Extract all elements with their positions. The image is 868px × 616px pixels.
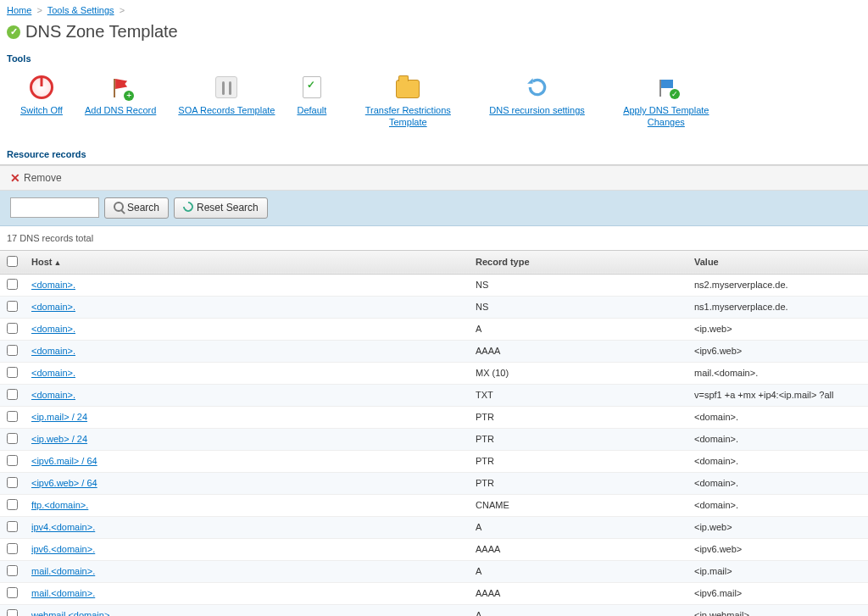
type-cell: A	[469, 560, 687, 582]
refresh-icon	[524, 74, 551, 101]
resource-records-title: Resource records	[0, 144, 868, 165]
breadcrumb-tools[interactable]: Tools & Settings	[47, 5, 114, 15]
dns-recursion-tool[interactable]: DNS recursion settings	[489, 74, 585, 129]
apply-template-tool[interactable]: ✓ Apply DNS Template Changes	[607, 74, 726, 129]
sort-asc-icon: ▲	[53, 258, 61, 267]
table-row: <ip.web> / 24PTR<domain>.	[0, 428, 868, 450]
type-cell: PTR	[469, 406, 687, 428]
row-checkbox[interactable]	[7, 609, 18, 616]
host-link[interactable]: ipv4.<domain>.	[31, 522, 95, 532]
row-checkbox[interactable]	[7, 323, 18, 334]
value-column-header[interactable]: Value	[687, 250, 868, 274]
search-icon	[114, 202, 124, 214]
host-link[interactable]: <domain>.	[31, 302, 75, 312]
table-row: <domain>.AAAA<ipv6.web>	[0, 340, 868, 362]
search-button[interactable]: Search	[104, 197, 169, 219]
table-row: mail.<domain>.A<ip.mail>	[0, 560, 868, 582]
soa-records-link[interactable]: SOA Records Template	[178, 104, 275, 116]
reset-search-button[interactable]: Reset Search	[174, 197, 268, 219]
host-link[interactable]: mail.<domain>.	[31, 588, 95, 598]
table-row: ftp.<domain>.CNAME<domain>.	[0, 494, 868, 516]
row-checkbox[interactable]	[7, 301, 18, 312]
value-cell: <ip.web>	[687, 318, 868, 340]
type-cell: CNAME	[469, 494, 687, 516]
value-cell: <domain>.	[687, 428, 868, 450]
type-cell: PTR	[469, 472, 687, 494]
table-row: <domain>.NSns1.myserverplace.de.	[0, 296, 868, 318]
document-check-icon	[298, 74, 326, 101]
value-cell: ns2.myserverplace.de.	[687, 274, 868, 296]
type-cell: A	[469, 604, 687, 616]
row-checkbox[interactable]	[7, 543, 18, 554]
host-link[interactable]: <domain>.	[31, 390, 75, 400]
host-link[interactable]: <domain>.	[31, 324, 75, 334]
row-checkbox[interactable]	[7, 477, 18, 488]
records-count-top: 17 DNS records total	[0, 226, 868, 250]
type-cell: NS	[469, 296, 687, 318]
table-row: <domain>.A<ip.web>	[0, 318, 868, 340]
table-row: <domain>.MX (10)mail.<domain>.	[0, 362, 868, 384]
row-checkbox[interactable]	[7, 587, 18, 598]
transfer-restrictions-link[interactable]: Transfer Restrictions Template	[348, 104, 467, 129]
page-title: DNS Zone Template	[25, 22, 178, 42]
host-link[interactable]: webmail.<domain>.	[31, 610, 112, 616]
value-cell: <domain>.	[687, 450, 868, 472]
table-row: ipv6.<domain>.AAAA<ipv6.web>	[0, 538, 868, 560]
value-cell: v=spf1 +a +mx +ip4:<ip.mail> ?all	[687, 384, 868, 406]
toolbar: Switch Off + Add DNS Record SOA Records …	[0, 69, 868, 137]
host-link[interactable]: <domain>.	[31, 280, 75, 290]
transfer-restrictions-tool[interactable]: Transfer Restrictions Template	[348, 74, 467, 129]
switch-off-tool[interactable]: Switch Off	[20, 74, 63, 129]
type-cell: A	[469, 516, 687, 538]
sliders-icon	[213, 74, 240, 101]
remove-bar[interactable]: ✕ Remove	[0, 165, 868, 191]
type-cell: NS	[469, 274, 687, 296]
host-link[interactable]: <ip.web> / 24	[31, 434, 87, 444]
row-checkbox[interactable]	[7, 389, 18, 400]
search-bar: Search Reset Search	[0, 191, 868, 226]
soa-records-tool[interactable]: SOA Records Template	[178, 74, 275, 129]
switch-off-link[interactable]: Switch Off	[20, 104, 63, 116]
host-link[interactable]: <domain>.	[31, 346, 75, 356]
breadcrumb-home[interactable]: Home	[7, 5, 31, 15]
add-dns-record-tool[interactable]: + Add DNS Record	[85, 74, 156, 129]
host-link[interactable]: <ipv6.web> / 64	[31, 478, 97, 488]
row-checkbox[interactable]	[7, 411, 18, 422]
tools-section-title: Tools	[0, 48, 868, 69]
row-checkbox[interactable]	[7, 565, 18, 576]
value-cell: <ip.web>	[687, 516, 868, 538]
add-dns-record-link[interactable]: Add DNS Record	[85, 104, 156, 116]
records-table: Host▲ Record type Value <domain>.NSns2.m…	[0, 250, 868, 616]
row-checkbox[interactable]	[7, 345, 18, 356]
host-link[interactable]: ftp.<domain>.	[31, 500, 88, 510]
type-column-header[interactable]: Record type	[469, 250, 687, 274]
select-all-checkbox[interactable]	[7, 256, 18, 267]
row-checkbox[interactable]	[7, 367, 18, 378]
select-all-header[interactable]	[0, 250, 25, 274]
remove-label: Remove	[24, 172, 62, 184]
search-input[interactable]	[10, 197, 99, 218]
host-link[interactable]: <ipv6.mail> / 64	[31, 456, 97, 466]
apply-template-link[interactable]: Apply DNS Template Changes	[607, 104, 726, 129]
value-cell: ns1.myserverplace.de.	[687, 296, 868, 318]
host-link[interactable]: <domain>.	[31, 368, 75, 378]
host-link[interactable]: <ip.mail> / 24	[31, 412, 87, 422]
type-cell: AAAA	[469, 538, 687, 560]
row-checkbox[interactable]	[7, 279, 18, 290]
host-link[interactable]: ipv6.<domain>.	[31, 544, 95, 554]
value-cell: <ipv6.web>	[687, 340, 868, 362]
default-tool[interactable]: Default	[297, 74, 326, 129]
row-checkbox[interactable]	[7, 433, 18, 444]
power-icon	[28, 74, 55, 101]
value-cell: <domain>.	[687, 494, 868, 516]
table-row: <domain>.TXTv=spf1 +a +mx +ip4:<ip.mail>…	[0, 384, 868, 406]
host-link[interactable]: mail.<domain>.	[31, 566, 95, 576]
dns-recursion-link[interactable]: DNS recursion settings	[489, 104, 585, 116]
reset-search-label: Reset Search	[197, 202, 259, 214]
remove-x-icon: ✕	[10, 171, 20, 185]
row-checkbox[interactable]	[7, 521, 18, 532]
default-link[interactable]: Default	[297, 104, 326, 116]
row-checkbox[interactable]	[7, 499, 18, 510]
row-checkbox[interactable]	[7, 455, 18, 466]
host-column-header[interactable]: Host▲	[25, 250, 469, 274]
